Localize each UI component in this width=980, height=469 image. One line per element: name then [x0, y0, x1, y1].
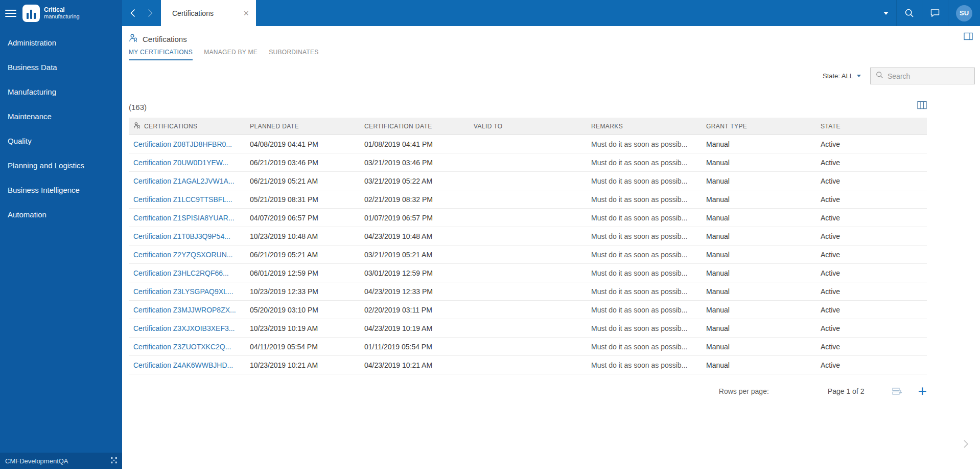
column-header-certification-date[interactable]: CERTIFICATION DATE	[360, 118, 469, 135]
sidebar-item-business-intelligence[interactable]: Business Intelligence	[0, 177, 122, 202]
table-row[interactable]: Certification Z2YZQSXORUN... 06/21/2019 …	[129, 245, 927, 264]
column-header-grant-type[interactable]: GRANT TYPE	[702, 118, 816, 135]
sidebar-item-automation[interactable]: Automation	[0, 202, 122, 227]
sidebar-item-manufacturing[interactable]: Manufacturing	[0, 79, 122, 104]
record-count: (163)	[129, 103, 147, 111]
state-cell: Active	[816, 153, 927, 171]
search-input[interactable]	[888, 72, 980, 80]
brand-logo-icon	[22, 5, 40, 22]
state-filter-dropdown[interactable]: State: ALL	[823, 72, 861, 80]
remarks-cell: Must do it as soon as possib...	[587, 190, 702, 208]
grant-type-cell: Manual	[702, 301, 816, 319]
table-row[interactable]: Certification Z08TJD8HFBR0... 04/08/2019…	[129, 135, 927, 153]
table-row[interactable]: Certification Z3ZUOTXKC2Q... 04/11/2019 …	[129, 338, 927, 356]
topbar: Certifications × SU	[122, 0, 980, 26]
table-row[interactable]: Certification Z3LYSGPAQ9XL... 10/23/2019…	[129, 282, 927, 301]
more-menus-chevron-icon[interactable]	[876, 0, 896, 26]
column-settings-icon[interactable]	[917, 101, 927, 111]
certification-date-cell: 04/23/2019 10:21 AM	[360, 356, 469, 374]
certification-link[interactable]: Certification Z3LYSGPAQ9XL...	[133, 287, 234, 296]
valid-to-cell	[469, 356, 587, 374]
user-menu[interactable]: SU	[948, 0, 980, 26]
app-window: Critical manufacturing Administration Bu…	[0, 0, 980, 469]
grant-type-cell: Manual	[702, 264, 816, 282]
brand-name-line1: Critical	[44, 7, 80, 13]
certification-link[interactable]: Certification Z1T0BJ3Q9P54...	[133, 232, 230, 240]
table-row[interactable]: Certification Z4AK6WWBJHD... 10/23/2019 …	[129, 356, 927, 374]
valid-to-cell	[469, 319, 587, 337]
connection-status-icon[interactable]	[111, 457, 117, 465]
tab-managed-by-me[interactable]: MANAGED BY ME	[204, 49, 258, 60]
history-back-icon[interactable]	[130, 9, 135, 17]
certification-cell: Certification Z1SPISIA8YUAR...	[129, 209, 245, 227]
sidebar-item-maintenance[interactable]: Maintenance	[0, 104, 122, 128]
column-header-remarks[interactable]: REMARKS	[587, 118, 702, 135]
certification-link[interactable]: Certification Z1LCC9TTSBFL...	[133, 195, 232, 204]
certification-link[interactable]: Certification Z3XJXOIB3XEF3...	[133, 324, 235, 332]
valid-to-cell	[469, 227, 587, 245]
table-row[interactable]: Certification Z1SPISIA8YUAR... 04/07/201…	[129, 209, 927, 227]
table-row[interactable]: Certification Z1LCC9TTSBFL... 05/21/2019…	[129, 190, 927, 209]
tab-subordinates[interactable]: SUBORDINATES	[269, 49, 318, 60]
column-header-planned-date[interactable]: PLANNED DATE	[245, 118, 360, 135]
column-header-valid-to[interactable]: VALID TO	[469, 118, 587, 135]
messages-icon[interactable]	[922, 0, 948, 26]
certification-link[interactable]: Certification Z3MJJWROP8ZX...	[133, 306, 236, 314]
certification-link[interactable]: Certification Z1SPISIA8YUAR...	[133, 214, 235, 222]
environment-bar: CMFDevelopmentQA	[0, 453, 122, 469]
scroll-right-chevron-icon[interactable]	[963, 439, 969, 451]
main-area: Certifications × SU	[122, 0, 980, 469]
pagination-bar: Rows per page: Page 1 of 2 +	[129, 384, 927, 399]
certification-link[interactable]: Certification Z3HLC2RQF66...	[133, 269, 229, 277]
table-row[interactable]: Certification Z1AGAL2JVW1A... 06/21/2019…	[129, 172, 927, 190]
table-row[interactable]: Certification Z0UW0D1YEW... 06/21/2019 0…	[129, 153, 927, 172]
valid-to-cell	[469, 190, 587, 208]
grant-type-cell: Manual	[702, 356, 816, 374]
sidebar-item-quality[interactable]: Quality	[0, 128, 122, 153]
certification-cell: Certification Z08TJD8HFBR0...	[129, 135, 245, 153]
side-panel-toggle-icon[interactable]	[964, 32, 973, 42]
valid-to-cell	[469, 264, 587, 282]
table-row[interactable]: Certification Z1T0BJ3Q9P54... 10/23/2019…	[129, 227, 927, 245]
certification-link[interactable]: Certification Z1AGAL2JVW1A...	[133, 177, 235, 185]
certification-date-cell: 03/21/2019 05:21 AM	[360, 245, 469, 263]
grant-type-cell: Manual	[702, 227, 816, 245]
export-rows-icon[interactable]	[892, 387, 902, 396]
state-cell: Active	[816, 338, 927, 355]
column-header-certifications[interactable]: CERTIFICATIONS	[129, 118, 245, 135]
brand-logo: Critical manufacturing	[22, 5, 80, 22]
tab-my-certifications[interactable]: MY CERTIFICATIONS	[129, 49, 193, 60]
search-icon	[876, 71, 883, 81]
column-header-state[interactable]: STATE	[816, 118, 927, 135]
certification-link[interactable]: Certification Z0UW0D1YEW...	[133, 159, 228, 167]
planned-date-cell: 06/21/2019 05:21 AM	[245, 172, 360, 190]
table-row[interactable]: Certification Z3HLC2RQF66... 06/01/2019 …	[129, 264, 927, 282]
certification-date-cell: 02/21/2019 08:32 PM	[360, 190, 469, 208]
certification-link[interactable]: Certification Z3ZUOTXKC2Q...	[133, 343, 231, 351]
remarks-cell: Must do it as soon as possib...	[587, 209, 702, 227]
sidebar-item-business-data[interactable]: Business Data	[0, 55, 122, 79]
certification-link[interactable]: Certification Z08TJD8HFBR0...	[133, 140, 232, 148]
history-forward-icon[interactable]	[148, 9, 153, 17]
certification-link[interactable]: Certification Z4AK6WWBJHD...	[133, 361, 233, 369]
table-toolbar: (163)	[129, 101, 927, 111]
table-row[interactable]: Certification Z3MJJWROP8ZX... 05/20/2019…	[129, 301, 927, 319]
add-certification-button[interactable]: +	[918, 384, 927, 399]
planned-date-cell: 04/11/2019 05:54 PM	[245, 338, 360, 355]
table-row[interactable]: Certification Z3XJXOIB3XEF3... 10/23/201…	[129, 319, 927, 338]
rows-per-page-label: Rows per page:	[719, 387, 769, 395]
filter-bar: State: ALL	[129, 68, 980, 84]
planned-date-cell: 05/20/2019 03:10 PM	[245, 301, 360, 319]
global-search-icon[interactable]	[896, 0, 922, 26]
user-avatar[interactable]: SU	[956, 5, 972, 21]
valid-to-cell	[469, 135, 587, 153]
certification-cell: Certification Z1AGAL2JVW1A...	[129, 172, 245, 190]
menu-toggle-icon[interactable]	[5, 10, 16, 17]
sidebar-item-planning-and-logistics[interactable]: Planning and Logistics	[0, 153, 122, 177]
open-document-tab[interactable]: Certifications ×	[161, 0, 256, 26]
remarks-cell: Must do it as soon as possib...	[587, 153, 702, 171]
certification-link[interactable]: Certification Z2YZQSXORUN...	[133, 251, 233, 259]
close-tab-icon[interactable]: ×	[243, 9, 249, 18]
grant-type-cell: Manual	[702, 135, 816, 153]
sidebar-item-administration[interactable]: Administration	[0, 30, 122, 55]
